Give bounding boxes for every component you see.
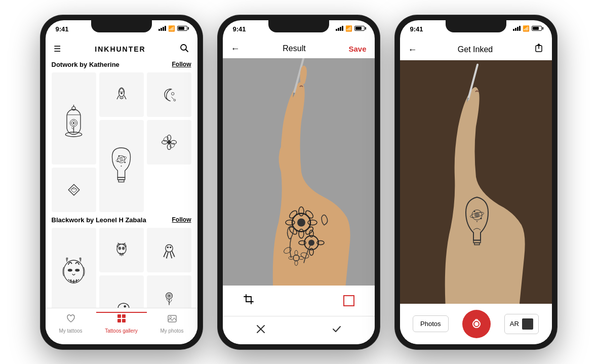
tab-my-tattoos-label: My tattoos <box>59 328 82 334</box>
svg-marker-13 <box>118 88 124 92</box>
camera-shutter-button[interactable] <box>462 310 491 338</box>
status-time-3: 9:41 <box>410 25 423 33</box>
svg-point-47 <box>117 244 126 254</box>
svg-point-121 <box>476 221 477 222</box>
get-inked-title: Get Inked <box>458 45 493 54</box>
tab-my-tattoos[interactable]: My tattoos <box>46 313 96 334</box>
thumb-galaxy-bulb[interactable] <box>99 120 144 212</box>
svg-point-24 <box>118 155 120 156</box>
notch-2 <box>268 20 329 32</box>
wifi-icon-3: 📶 <box>523 25 530 32</box>
svg-point-49 <box>122 247 124 250</box>
svg-point-19 <box>174 99 176 101</box>
thumb-skull-warrior[interactable] <box>99 228 144 272</box>
thumb-rocket[interactable] <box>99 72 144 117</box>
back-button[interactable]: ← <box>231 44 240 54</box>
selection-rectangle[interactable] <box>343 295 354 306</box>
svg-line-15 <box>124 95 126 99</box>
svg-point-58 <box>118 303 129 308</box>
wifi-icon: 📶 <box>168 25 175 32</box>
result-header: ← Result Save <box>223 43 375 58</box>
app-logo: INKHUNTER <box>95 45 145 53</box>
thumb-small-flower[interactable] <box>147 120 191 165</box>
svg-point-48 <box>118 247 121 250</box>
phone-result: 9:41 📶 ← Result Save <box>218 15 380 349</box>
tab-gallery[interactable]: Tattoos gallery <box>96 312 147 334</box>
phone-gallery: 9:41 📶 ☰ INKHUNTER <box>41 15 203 349</box>
app-header: ☰ INKHUNTER <box>46 43 197 59</box>
status-icons-1: 📶 <box>158 25 187 32</box>
svg-marker-37 <box>68 184 79 195</box>
photos-button[interactable]: Photos <box>413 315 448 332</box>
camera-view <box>400 60 552 304</box>
phone-get-inked: 9:41 📶 ← Get Inked <box>395 15 557 349</box>
confirm-button[interactable] <box>331 323 342 337</box>
follow-blackwork-button[interactable]: Follow <box>172 216 191 223</box>
svg-point-30 <box>167 140 171 144</box>
gallery-content: Dotwork by Katherine Follow <box>46 59 197 308</box>
ar-button[interactable]: AR <box>504 314 539 334</box>
cancel-button[interactable] <box>255 323 266 337</box>
dotwork-grid <box>52 72 191 212</box>
notch-3 <box>446 20 506 32</box>
section-header-dotwork: Dotwork by Katherine Follow <box>52 61 191 68</box>
save-button[interactable]: Save <box>348 45 366 53</box>
svg-line-9 <box>71 128 74 130</box>
svg-point-55 <box>165 245 172 252</box>
svg-point-79 <box>170 316 172 318</box>
get-inked-header: ← Get Inked <box>400 43 552 60</box>
grid-icon <box>116 313 127 327</box>
tab-my-photos-label: My photos <box>160 328 183 334</box>
status-time-1: 9:41 <box>56 25 69 33</box>
back-button-3[interactable]: ← <box>408 45 417 55</box>
thumb-rose-bell[interactable] <box>52 72 96 165</box>
status-time-2: 9:41 <box>233 25 246 33</box>
wifi-icon-2: 📶 <box>345 25 352 32</box>
svg-point-27 <box>124 161 126 163</box>
thumb-demon-face[interactable] <box>52 228 96 308</box>
thumb-moon-flower[interactable] <box>147 72 191 117</box>
thumb-octopus[interactable] <box>147 228 191 272</box>
svg-point-16 <box>121 92 123 94</box>
thumb-mountain-diamond[interactable] <box>52 168 96 212</box>
status-icons-3: 📶 <box>513 25 542 32</box>
menu-icon[interactable]: ☰ <box>54 44 61 54</box>
svg-point-59 <box>124 305 126 308</box>
blackwork-grid <box>52 228 191 308</box>
svg-line-14 <box>117 95 119 99</box>
thumb-dinosaur[interactable] <box>99 275 144 308</box>
battery-icon-2 <box>354 26 365 31</box>
search-icon[interactable] <box>180 44 189 55</box>
section-title-blackwork: Blackwork by Leonel H Zabala <box>52 216 146 224</box>
result-toolbar <box>223 286 375 316</box>
share-icon[interactable] <box>534 44 544 56</box>
signal-icon-2 <box>336 26 343 31</box>
svg-point-84 <box>297 218 305 226</box>
svg-point-57 <box>169 246 171 248</box>
tab-gallery-label: Tattoos gallery <box>105 328 137 334</box>
svg-point-17 <box>171 92 174 95</box>
camera-toolbar: Photos AR <box>400 304 552 344</box>
crop-icon[interactable] <box>243 294 254 307</box>
result-actions <box>223 316 375 344</box>
tab-my-photos[interactable]: My photos <box>147 313 197 334</box>
tab-bar: My tattoos Tattoos gallery <box>46 308 197 344</box>
follow-dotwork-button[interactable]: Follow <box>172 61 191 68</box>
battery-icon-3 <box>532 26 542 31</box>
svg-rect-77 <box>122 319 126 322</box>
signal-icon-3 <box>513 26 521 31</box>
svg-marker-40 <box>71 187 73 189</box>
svg-point-28 <box>121 166 122 167</box>
svg-point-120 <box>480 218 482 219</box>
result-image-area <box>223 58 375 286</box>
section-title-dotwork: Dotwork by Katherine <box>52 61 120 68</box>
svg-point-117 <box>473 211 475 212</box>
svg-rect-74 <box>117 314 121 318</box>
battery-icon <box>177 26 187 31</box>
heart-icon <box>65 313 76 327</box>
result-title: Result <box>283 44 305 53</box>
svg-point-42 <box>68 269 72 271</box>
svg-rect-75 <box>122 314 126 318</box>
thumb-rose-simple[interactable] <box>147 275 191 308</box>
svg-rect-21 <box>118 180 124 182</box>
